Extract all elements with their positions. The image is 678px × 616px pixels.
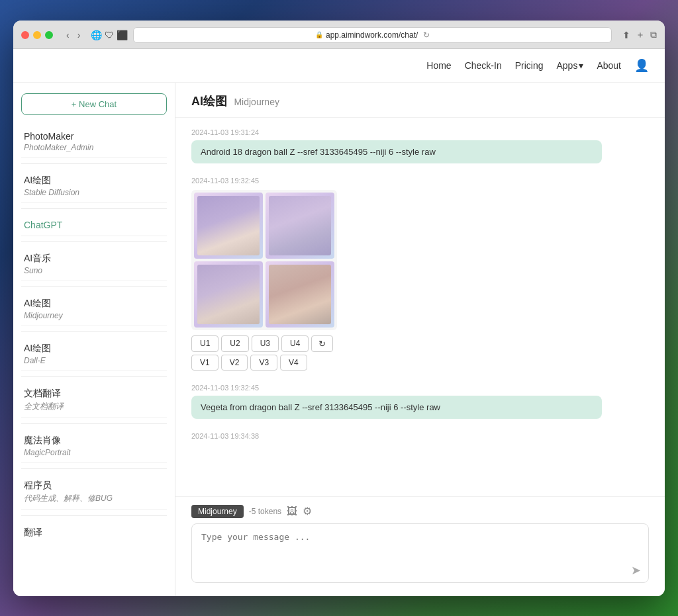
- sidebar: + New Chat PhotoMaker PhotoMaker_Admin A…: [13, 83, 175, 596]
- address-bar[interactable]: 🔒 app.aimindwork.com/chat/ ↻: [133, 27, 612, 43]
- chat-area: AI绘图 Midjourney 2024-11-03 19:31:24 Andr…: [175, 83, 665, 596]
- v2-button[interactable]: V2: [221, 355, 248, 371]
- u1-button[interactable]: U1: [191, 335, 218, 352]
- msg-timestamp-1: 2024-11-03 19:31:24: [191, 128, 649, 136]
- back-button[interactable]: ‹: [64, 28, 72, 42]
- top-nav: Home Check-In Pricing Apps ▾ About 👤: [13, 49, 665, 83]
- image-cell-3[interactable]: [194, 261, 263, 328]
- message-input[interactable]: [191, 523, 649, 583]
- page: Home Check-In Pricing Apps ▾ About 👤 + N…: [13, 49, 665, 596]
- sidebar-item-magic-portrait[interactable]: 魔法肖像 MagicPortrait: [21, 429, 167, 463]
- sidebar-item-ai-draw-stable[interactable]: AI绘图 Stable Diffusion: [21, 169, 167, 203]
- u4-button[interactable]: U4: [281, 335, 309, 352]
- tab-shield-icon: 🛡: [105, 30, 114, 40]
- sidebar-item-ai-music[interactable]: AI音乐 Suno: [21, 247, 167, 281]
- v1-button[interactable]: V1: [191, 355, 218, 371]
- v3-button[interactable]: V3: [250, 355, 277, 371]
- maximize-button[interactable]: [45, 31, 53, 39]
- v4-button[interactable]: V4: [280, 355, 307, 371]
- image-1: [197, 196, 260, 255]
- user-icon[interactable]: 👤: [634, 58, 649, 73]
- u2-button[interactable]: U2: [221, 335, 248, 352]
- image-upload-icon[interactable]: 🖼: [287, 506, 297, 517]
- new-chat-button[interactable]: + New Chat: [21, 93, 167, 115]
- message-input-wrapper: ➤: [191, 523, 649, 586]
- nav-apps[interactable]: Apps ▾: [556, 60, 583, 71]
- new-tab-button[interactable]: ＋: [636, 29, 645, 41]
- sidebar-item-photomaker[interactable]: PhotoMaker PhotoMaker_Admin: [21, 126, 167, 158]
- image-cell-1[interactable]: [194, 193, 263, 259]
- nav-pricing[interactable]: Pricing: [515, 60, 544, 71]
- tab-globe-icon: 🌐: [91, 30, 102, 40]
- reload-icon: ↻: [423, 30, 430, 40]
- image-cell-4[interactable]: [266, 261, 334, 328]
- image-4: [269, 265, 331, 324]
- url-text: app.aimindwork.com/chat/: [326, 30, 418, 40]
- action-row-v: V1 V2 V3 V4: [191, 355, 649, 371]
- msg-timestamp-2: 2024-11-03 19:32:45: [191, 177, 649, 185]
- msg-bubble-1: Android 18 dragon ball Z --sref 31336454…: [191, 140, 602, 163]
- action-row-u: U1 U2 U3 U4 ↻: [191, 335, 649, 352]
- apps-chevron-icon: ▾: [579, 60, 583, 71]
- image-2: [269, 196, 331, 255]
- model-badge[interactable]: Midjourney: [191, 505, 244, 518]
- chat-header: AI绘图 Midjourney: [175, 83, 665, 118]
- lock-icon: 🔒: [315, 31, 323, 38]
- main-layout: + New Chat PhotoMaker PhotoMaker_Admin A…: [13, 83, 665, 596]
- sidebar-item-ai-draw-dalle[interactable]: AI绘图 Dall-E: [21, 337, 167, 371]
- image-3: [197, 265, 260, 324]
- sidebar-item-doc-translate[interactable]: 文档翻译 全文档翻译: [21, 382, 167, 418]
- sidebar-item-ai-draw-midjourney[interactable]: AI绘图 Midjourney: [21, 292, 167, 326]
- nav-home[interactable]: Home: [426, 60, 451, 71]
- msg-bubble-3: Vegeta from dragon ball Z --sref 3133645…: [191, 396, 602, 419]
- send-button[interactable]: ➤: [631, 563, 641, 578]
- browser-chrome: ‹ › 🌐 🛡 ⬛ 🔒 app.aimindwork.com/chat/ ↻ ⬆…: [13, 21, 665, 49]
- u3-button[interactable]: U3: [252, 335, 279, 352]
- forward-button[interactable]: ›: [75, 28, 83, 42]
- refresh-button[interactable]: ↻: [311, 335, 333, 352]
- image-grid: [191, 190, 337, 330]
- chat-title: AI绘图: [191, 95, 227, 108]
- sidebar-item-programmer[interactable]: 程序员 代码生成、解释、修BUG: [21, 474, 167, 510]
- sidebar-item-chatgpt[interactable]: ChatGPT: [21, 214, 167, 236]
- settings-icon[interactable]: ⚙: [303, 505, 312, 517]
- tabs-button[interactable]: ⧉: [650, 29, 657, 41]
- minimize-button[interactable]: [33, 31, 41, 39]
- input-toolbar: Midjourney -5 tokens 🖼 ⚙: [191, 505, 649, 518]
- sidebar-item-translate[interactable]: 翻译: [21, 521, 167, 544]
- window-controls: [21, 31, 53, 39]
- browser-actions: ⬆ ＋ ⧉: [622, 29, 657, 41]
- chat-subtitle: Midjourney: [234, 97, 279, 107]
- msg-timestamp-3: 2024-11-03 19:32:45: [191, 384, 649, 392]
- tab-bar: 🌐 🛡 ⬛: [91, 30, 128, 40]
- chat-messages: 2024-11-03 19:31:24 Android 18 dragon ba…: [175, 118, 665, 496]
- chat-input-area: Midjourney -5 tokens 🖼 ⚙ ➤: [175, 496, 665, 596]
- browser-nav: ‹ ›: [64, 28, 83, 42]
- send-icon: ➤: [631, 564, 641, 577]
- close-button[interactable]: [21, 31, 29, 39]
- share-button[interactable]: ⬆: [622, 29, 630, 41]
- browser-window: ‹ › 🌐 🛡 ⬛ 🔒 app.aimindwork.com/chat/ ↻ ⬆…: [13, 21, 665, 596]
- image-cell-2[interactable]: [266, 193, 334, 259]
- nav-about[interactable]: About: [597, 60, 621, 71]
- msg-timestamp-4: 2024-11-03 19:34:38: [191, 432, 649, 440]
- token-info: -5 tokens: [249, 507, 281, 516]
- nav-checkin[interactable]: Check-In: [465, 60, 502, 71]
- tab-bookmark-icon: ⬛: [117, 30, 128, 40]
